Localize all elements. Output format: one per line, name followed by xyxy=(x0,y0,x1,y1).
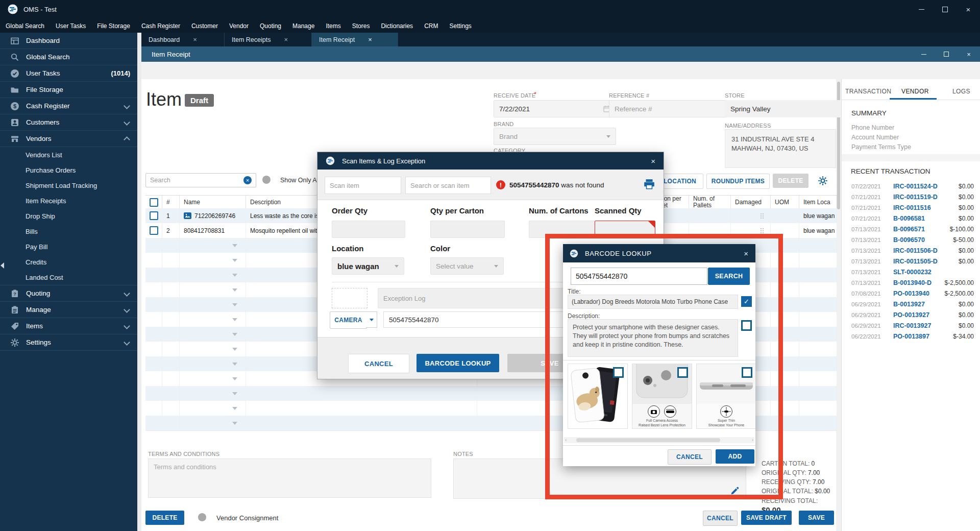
tab-transaction[interactable]: TRANSACTION xyxy=(845,88,891,95)
sidebar-item-file-storage[interactable]: File Storage xyxy=(0,82,137,98)
print-icon[interactable] xyxy=(643,179,655,190)
tab-dashboard[interactable]: Dashboard× xyxy=(141,33,225,46)
transaction-link[interactable]: B-0096570 xyxy=(893,236,925,244)
menu-items[interactable]: Items xyxy=(320,22,346,30)
sidebar-item-item-receipts[interactable]: Item Receipts xyxy=(0,193,137,208)
exception-image-dropzone[interactable] xyxy=(332,288,368,308)
row-dropdown-icon[interactable] xyxy=(232,422,237,425)
close-icon[interactable]: × xyxy=(193,36,197,43)
horizontal-scrollbar[interactable]: ‹ › xyxy=(564,437,754,443)
scroll-left-icon[interactable]: ‹ xyxy=(565,437,567,443)
title-checkbox-checked[interactable]: ✓ xyxy=(741,296,752,307)
minimize-icon[interactable] xyxy=(910,0,933,19)
scan-search-input[interactable]: Search or scan item xyxy=(405,177,491,194)
transaction-link[interactable]: SLT-0000232 xyxy=(893,269,932,276)
order-qty-input[interactable] xyxy=(332,221,405,238)
restore-icon[interactable] xyxy=(933,0,957,19)
row-checkbox[interactable] xyxy=(150,226,158,235)
row-dropdown-icon[interactable] xyxy=(232,259,237,262)
transaction-link[interactable]: IRC-0011519-D xyxy=(893,194,938,201)
menu-dictionaries[interactable]: Dictionaries xyxy=(375,22,419,30)
transaction-link[interactable]: PO-0013897 xyxy=(893,333,929,340)
sidebar-item-cash-register[interactable]: $ Cash Register xyxy=(0,98,137,114)
tab-vendor[interactable]: VENDOR xyxy=(901,88,929,95)
menu-user-tasks[interactable]: User Tasks xyxy=(50,22,91,30)
row-dropdown-icon[interactable] xyxy=(232,318,237,321)
restore-icon[interactable] xyxy=(935,46,958,62)
close-icon[interactable]: × xyxy=(368,36,372,43)
scroll-right-icon[interactable]: › xyxy=(752,437,753,443)
clear-search-icon[interactable]: × xyxy=(243,176,252,184)
row-dropdown-icon[interactable] xyxy=(232,333,237,336)
menu-quoting[interactable]: Quoting xyxy=(254,22,287,30)
grid-settings-gear-icon[interactable] xyxy=(818,176,828,186)
save-draft-button[interactable]: SAVE DRAFT xyxy=(741,511,792,525)
transaction-link[interactable]: B-0096581 xyxy=(893,215,925,222)
camera-button[interactable]: CAMERA xyxy=(330,311,367,329)
barcode-add-button[interactable]: ADD xyxy=(716,449,754,464)
close-icon[interactable]: × xyxy=(957,0,980,19)
roundup-items-button[interactable]: ROUNDUP ITEMS xyxy=(706,174,770,189)
column-num[interactable]: # xyxy=(162,196,180,209)
barcode-search-button[interactable]: SEARCH xyxy=(708,268,750,285)
transaction-link[interactable]: IRC-0011516 xyxy=(893,204,931,211)
row-dropdown-icon[interactable] xyxy=(232,288,237,292)
column-uom[interactable]: UOM xyxy=(771,196,799,209)
description-checkbox[interactable] xyxy=(741,320,752,331)
terms-textarea[interactable]: Terms and conditions xyxy=(148,458,431,498)
column-name[interactable]: Name xyxy=(180,196,246,209)
transaction-link[interactable]: PO-0013927 xyxy=(893,311,929,319)
sidebar-item-shipment-load-tracking[interactable]: Shipment Load Tracking xyxy=(0,178,137,193)
drag-handle-icon[interactable] xyxy=(760,228,764,234)
result-title-field[interactable]: (Labrador) Dog Breeds Motorola Moto Turb… xyxy=(568,295,738,309)
column-num-of-pallets[interactable]: Num. of Pallets xyxy=(689,196,731,209)
close-icon[interactable]: × xyxy=(744,249,748,258)
sidebar-item-user-tasks[interactable]: User Tasks (1014) xyxy=(0,65,137,82)
sidebar-item-vendors-list[interactable]: Vendors List xyxy=(0,147,137,162)
transaction-link[interactable]: B-0013927 xyxy=(893,301,925,308)
sidebar-item-credits[interactable]: Credits xyxy=(0,254,137,270)
barcode-cancel-button[interactable]: CANCEL xyxy=(668,449,712,465)
delete-receipt-button[interactable]: DELETE xyxy=(145,511,184,525)
select-all-checkbox[interactable] xyxy=(150,198,158,207)
search-input[interactable]: Search × xyxy=(145,173,256,187)
menu-global-search[interactable]: Global Search xyxy=(0,22,50,30)
menu-cash-register[interactable]: Cash Register xyxy=(136,22,186,30)
tab-item-receipts[interactable]: Item Receipts× xyxy=(225,33,312,46)
sidebar-collapse-icon[interactable] xyxy=(1,262,4,269)
sidebar-item-customers[interactable]: Customers xyxy=(0,114,137,131)
row-checkbox[interactable] xyxy=(150,211,158,220)
close-icon[interactable]: × xyxy=(651,157,655,165)
column-damaged[interactable]: Damaged xyxy=(731,196,771,209)
cancel-button[interactable]: CANCEL xyxy=(703,511,738,526)
tab-item-receipt[interactable]: Item Receipt× xyxy=(312,33,398,46)
reference-field[interactable]: Reference # xyxy=(609,100,730,117)
product-image-camera-access[interactable]: Full Camera Access Raised Bezel Lens Pro… xyxy=(632,364,692,429)
close-icon[interactable]: × xyxy=(284,36,288,43)
row-dropdown-icon[interactable] xyxy=(232,348,237,351)
drag-handle-icon[interactable] xyxy=(760,213,764,219)
image-select-checkbox[interactable] xyxy=(613,367,624,378)
sidebar-item-landed-cost[interactable]: Landed Cost xyxy=(0,270,137,285)
row-dropdown-icon[interactable] xyxy=(232,303,237,306)
scan-cancel-button[interactable]: CANCEL xyxy=(348,354,409,373)
color-select[interactable]: Select value xyxy=(430,257,504,275)
image-select-checkbox[interactable] xyxy=(742,367,752,378)
menu-vendor[interactable]: Vendor xyxy=(224,22,254,30)
row-dropdown-icon[interactable] xyxy=(232,244,237,247)
sidebar-item-manage[interactable]: Manage xyxy=(0,302,137,318)
sidebar-item-quoting[interactable]: ? Quoting xyxy=(0,285,137,302)
product-image-dog-case[interactable] xyxy=(568,364,628,429)
row-dropdown-icon[interactable] xyxy=(232,392,237,395)
menu-crm[interactable]: CRM xyxy=(419,22,444,30)
barcode-lookup-button[interactable]: BARCODE LOOKUP xyxy=(416,354,499,372)
column-item-location[interactable]: Item Loca xyxy=(799,196,837,209)
menu-file-storage[interactable]: File Storage xyxy=(91,22,136,30)
minimize-icon[interactable] xyxy=(913,46,935,62)
transaction-link[interactable]: IRC-0011506-D xyxy=(893,247,938,254)
image-select-checkbox[interactable] xyxy=(677,367,688,378)
camera-options-button[interactable] xyxy=(366,311,377,328)
close-icon[interactable]: × xyxy=(958,46,980,62)
transaction-link[interactable]: B-0013940-D xyxy=(893,279,932,286)
sidebar-item-dashboard[interactable]: Dashboard xyxy=(0,33,137,49)
